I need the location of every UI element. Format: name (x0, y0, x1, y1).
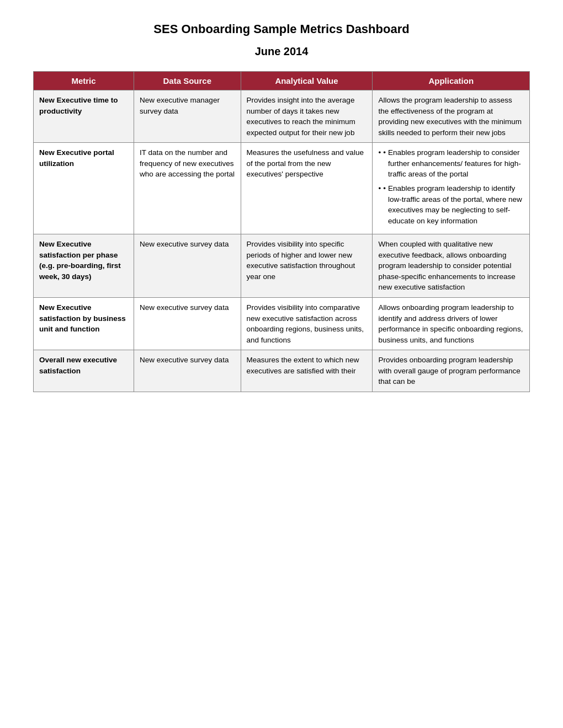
table-row: New Executive satisfaction per phase (e.… (34, 234, 530, 298)
application-cell: Allows the program leadership to assess … (373, 90, 530, 143)
bullet-item: •Enables program leadership to identify … (378, 183, 524, 226)
analytical-value-cell: Measures the extent to which new executi… (241, 350, 373, 392)
datasource-cell: New executive manager survey data (134, 90, 241, 143)
header-application: Application (373, 72, 530, 90)
table-row: New Executive portal utilizationIT data … (34, 143, 530, 234)
table-row: Overall new executive satisfactionNew ex… (34, 350, 530, 392)
datasource-cell: IT data on the number and frequency of n… (134, 143, 241, 234)
analytical-value-cell: Measures the usefulness and value of the… (241, 143, 373, 234)
header-analytical: Analytical Value (241, 72, 373, 90)
bullet-item: •Enables program leadership to consider … (378, 147, 524, 180)
metric-cell: New Executive satisfaction per phase (e.… (34, 234, 134, 298)
header-datasource: Data Source (134, 72, 241, 90)
datasource-cell: New executive survey data (134, 350, 241, 392)
datasource-cell: New executive survey data (134, 298, 241, 350)
analytical-value-cell: Provides insight into the average number… (241, 90, 373, 143)
metric-cell: Overall new executive satisfaction (34, 350, 134, 392)
metric-cell: New Executive satisfaction by business u… (34, 298, 134, 350)
application-cell: Allows onboarding program leadership to … (373, 298, 530, 350)
header-metric: Metric (34, 72, 134, 90)
table-row: New Executive satisfaction by business u… (34, 298, 530, 350)
analytical-value-cell: Provides visibility into specific period… (241, 234, 373, 298)
application-cell: When coupled with qualitative new execut… (373, 234, 530, 298)
page-subtitle: June 2014 (33, 45, 530, 58)
table-row: New Executive time to productivityNew ex… (34, 90, 530, 143)
application-cell: Provides onboarding program leadership w… (373, 350, 530, 392)
metric-cell: New Executive time to productivity (34, 90, 134, 143)
datasource-cell: New executive survey data (134, 234, 241, 298)
application-cell: •Enables program leadership to consider … (373, 143, 530, 234)
metric-cell: New Executive portal utilization (34, 143, 134, 234)
metrics-table: Metric Data Source Analytical Value Appl… (33, 71, 530, 392)
page-title: SES Onboarding Sample Metrics Dashboard (33, 22, 530, 36)
analytical-value-cell: Provides visibility into comparative new… (241, 298, 373, 350)
